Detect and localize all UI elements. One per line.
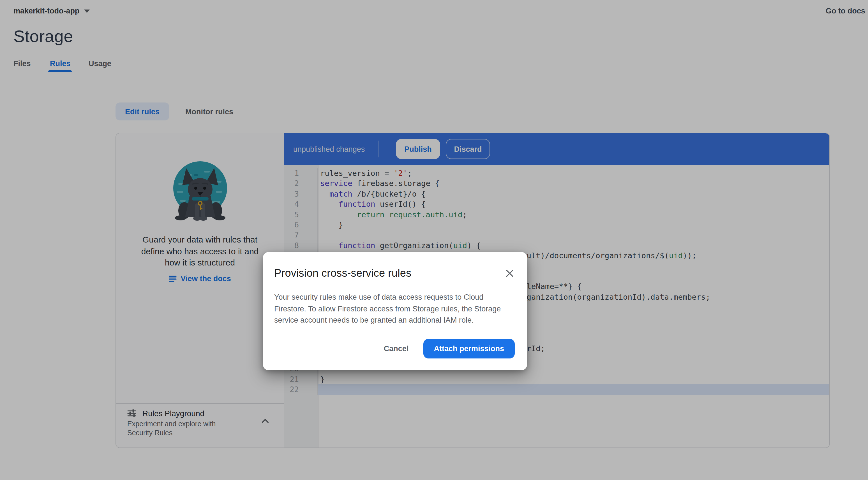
provision-cross-service-rules-dialog: Provision cross-service rules Your secur…	[263, 252, 527, 370]
close-button[interactable]	[503, 267, 516, 279]
attach-permissions-button[interactable]: Attach permissions	[423, 339, 515, 358]
firebase-storage-rules-page: makerkit-todo-app Go to docs Storage Fil…	[0, 0, 868, 480]
dialog-title: Provision cross-service rules	[274, 267, 411, 279]
close-icon	[505, 268, 515, 278]
cancel-button[interactable]: Cancel	[384, 344, 409, 353]
modal-backdrop	[0, 0, 868, 480]
dialog-body-text: Your security rules make use of data acc…	[274, 292, 501, 326]
dialog-actions: Cancel Attach permissions	[384, 339, 515, 358]
